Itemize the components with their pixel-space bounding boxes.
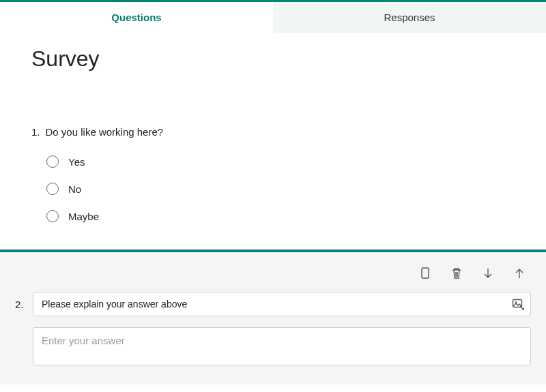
option-label: Maybe [68,211,99,222]
move-up-icon[interactable] [513,267,526,280]
option-label: No [68,183,81,195]
move-down-icon[interactable] [482,267,494,280]
insert-media-icon[interactable] [512,298,524,310]
question-toolbar [15,263,531,292]
option-row[interactable]: No [46,183,515,195]
radio-icon[interactable] [46,155,59,168]
tab-questions[interactable]: Questions [0,2,273,33]
radio-icon[interactable] [46,210,59,222]
question-1: 1. Do you like working here? Yes No Mayb… [31,126,515,222]
option-label: Yes [68,156,85,168]
question-2-text-input[interactable] [33,292,531,316]
question-1-text: Do you like working here? [46,126,164,138]
delete-icon[interactable] [450,267,463,280]
copy-icon[interactable] [419,267,431,280]
answer-textarea[interactable] [33,327,531,365]
question-1-number: 1. [31,126,40,138]
option-row[interactable]: Yes [46,155,515,168]
radio-icon[interactable] [46,183,59,195]
tab-bar: Questions Responses [0,0,546,33]
form-title[interactable]: Survey [31,46,515,72]
svg-rect-0 [422,268,429,278]
question-2-number: 2. [15,299,26,310]
tab-responses[interactable]: Responses [273,2,546,33]
question-2-editing-card: 2. [0,250,546,385]
option-row[interactable]: Maybe [46,210,515,222]
